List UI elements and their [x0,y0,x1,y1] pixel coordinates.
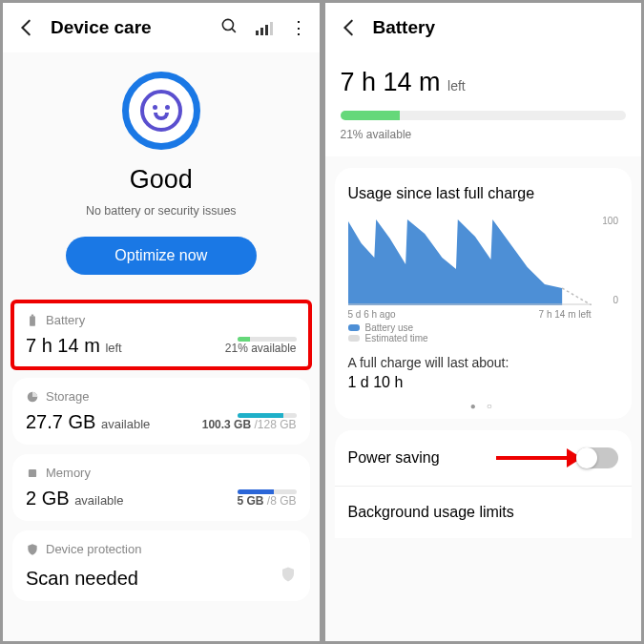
svg-rect-1 [30,316,35,326]
usage-chart-card: Usage since last full charge 100 0 5 d 6… [335,168,633,419]
battery-card[interactable]: Battery 7 h 14 m left 21% available [12,301,310,368]
y-axis-min: 0 [613,295,618,305]
battery-progress [341,111,627,120]
annotation-arrow [496,448,582,467]
status-subtext: No battery or security issues [3,204,320,218]
back-icon[interactable] [16,17,37,38]
svg-point-0 [222,19,233,30]
page-indicator[interactable]: ● ○ [348,401,619,411]
battery-usage-chart [348,219,592,305]
back-icon[interactable] [339,17,360,38]
background-usage-row[interactable]: Background usage limits [335,486,633,538]
more-icon[interactable]: ⋮ [290,17,306,38]
x-axis-left: 5 d 6 h ago [348,309,396,320]
battery-header: Battery [325,3,642,52]
chart-legend: Battery use Estimated time [348,322,619,343]
signal-icon[interactable] [256,21,273,35]
svg-rect-2 [31,314,33,316]
memory-card[interactable]: Memory 2 GB available 5 GB /8 GB [12,454,310,521]
full-charge-label: A full charge will last about: [348,355,619,370]
optimize-button[interactable]: Optimize now [66,237,257,275]
full-charge-value: 1 d 10 h [348,374,619,391]
y-axis-max: 100 [602,216,618,226]
page-title: Device care [51,17,220,38]
power-saving-row[interactable]: Power saving [335,430,633,486]
device-protection-card[interactable]: Device protection Scan needed [12,530,310,601]
storage-card[interactable]: Storage 27.7 GB available 100.3 GB /128 … [12,378,310,445]
shield-icon [26,543,39,556]
device-status-hero: Good No battery or security issues Optim… [3,52,320,292]
chart-title: Usage since last full charge [348,185,619,202]
search-icon[interactable] [220,17,239,39]
svg-rect-4 [29,468,36,476]
device-care-header: Device care ⋮ [3,3,320,52]
shield-status-icon [280,564,297,585]
status-text: Good [3,165,320,195]
smiley-icon [122,72,200,150]
page-title: Battery [373,17,629,38]
x-axis-right: 7 h 14 m left [539,309,592,320]
battery-summary: 7 h 14 m left 21% available [325,52,642,156]
power-saving-toggle[interactable] [576,447,618,468]
memory-icon [26,467,39,480]
storage-icon [26,390,39,404]
battery-percent-label: 21% available [341,128,627,141]
battery-icon [26,314,39,327]
